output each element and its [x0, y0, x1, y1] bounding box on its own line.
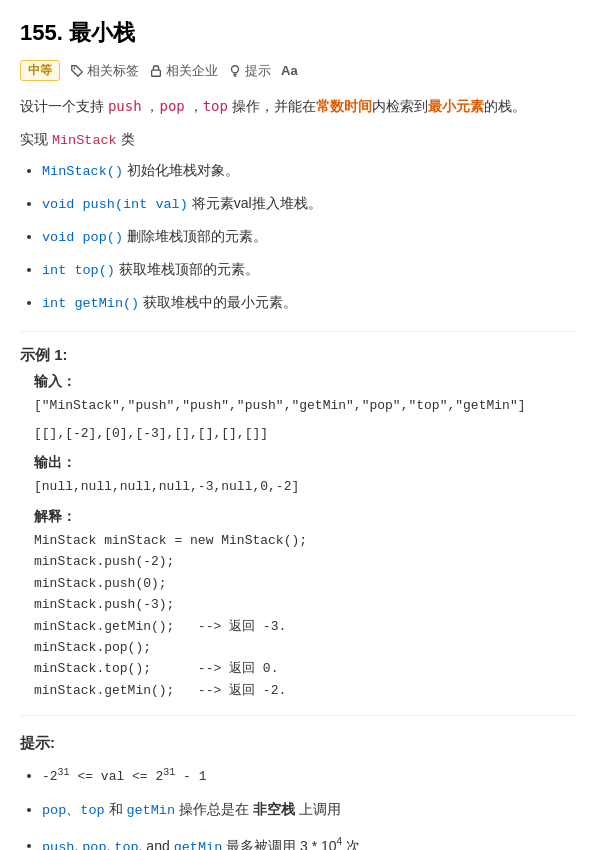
explain-line-3: minStack.push(0); [34, 573, 577, 594]
divider-2 [20, 715, 577, 716]
input-label: 输入： [20, 373, 577, 391]
hints-section: 提示: -231 <= val <= 231 - 1 pop、top 和 get… [20, 734, 577, 850]
method-item-5: int getMin() 获取堆栈中的最小元素。 [42, 291, 577, 316]
method-item-1: MinStack() 初始化堆栈对象。 [42, 159, 577, 184]
divider-1 [20, 331, 577, 332]
input-line2: [[],[-2],[0],[-3],[],[],[],[]] [20, 423, 577, 444]
explain-line-5: minStack.getMin(); --> 返回 -3. [34, 616, 577, 637]
related-companies[interactable]: 相关企业 [149, 62, 218, 80]
hints-list: -231 <= val <= 231 - 1 pop、top 和 getMin … [20, 763, 577, 850]
font-tag[interactable]: Aa [281, 63, 298, 78]
svg-point-2 [232, 65, 239, 72]
example-section: 示例 1: 输入： ["MinStack","push","push","pus… [20, 346, 577, 701]
hints-title: 提示: [20, 734, 577, 753]
bulb-icon [228, 64, 242, 78]
explain-line-6: minStack.pop(); [34, 637, 577, 658]
output-value: [null,null,null,null,-3,null,0,-2] [20, 476, 577, 497]
page-title: 155. 最小栈 [20, 18, 577, 48]
output-label: 输出： [20, 454, 577, 472]
explain-line-2: minStack.push(-2); [34, 551, 577, 572]
example-title: 示例 1: [20, 346, 577, 365]
lock-icon [149, 64, 163, 78]
difficulty-badge[interactable]: 中等 [20, 60, 60, 81]
explain-label: 解释： [20, 508, 577, 526]
explain-line-8: minStack.getMin(); --> 返回 -2. [34, 680, 577, 701]
explain-block: MinStack minStack = new MinStack(); minS… [20, 530, 577, 702]
related-tags[interactable]: 相关标签 [70, 62, 139, 80]
svg-point-0 [74, 67, 76, 69]
input-line1: ["MinStack","push","push","push","getMin… [20, 395, 577, 416]
explain-line-7: minStack.top(); --> 返回 0. [34, 658, 577, 679]
hints-tag[interactable]: 提示 [228, 62, 271, 80]
explain-line-1: MinStack minStack = new MinStack(); [34, 530, 577, 551]
implement-label: 实现 MinStack 类 [20, 131, 577, 149]
tag-icon [70, 64, 84, 78]
hint-item-3: push, pop, top, and getMin 最多被调用 3 * 104… [42, 833, 577, 850]
method-item-2: void push(int val) 将元素val推入堆栈。 [42, 192, 577, 217]
problem-description: 设计一个支持 push ，pop ，top 操作，并能在常数时间内检索到最小元素… [20, 95, 577, 119]
method-item-4: int top() 获取堆栈顶部的元素。 [42, 258, 577, 283]
hint-item-2: pop、top 和 getMin 操作总是在 非空栈 上调用 [42, 798, 577, 823]
explain-line-4: minStack.push(-3); [34, 594, 577, 615]
hint-item-1: -231 <= val <= 231 - 1 [42, 763, 577, 787]
tags-row: 中等 相关标签 相关企业 提示 Aa [20, 60, 577, 81]
method-item-3: void pop() 删除堆栈顶部的元素。 [42, 225, 577, 250]
svg-rect-1 [152, 70, 161, 76]
method-list: MinStack() 初始化堆栈对象。 void push(int val) 将… [20, 159, 577, 316]
